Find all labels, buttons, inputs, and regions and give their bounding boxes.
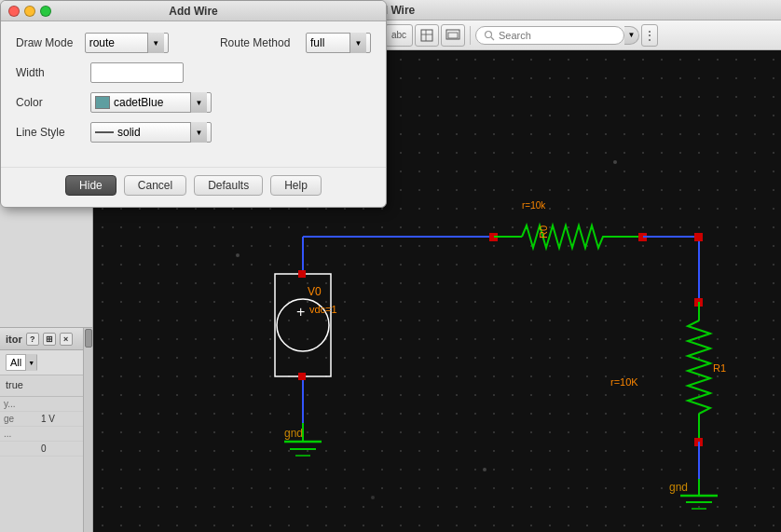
search-icon bbox=[484, 30, 495, 41]
route-method-select[interactable]: full ▼ bbox=[306, 33, 371, 53]
panel-header: itor ? ⊞ × bbox=[0, 328, 92, 350]
list-item: y... bbox=[0, 397, 92, 412]
r0-resistor bbox=[522, 225, 606, 248]
route-method-label: Route Method bbox=[220, 36, 306, 49]
layers-button[interactable] bbox=[441, 24, 465, 47]
route-method-control: full ▼ bbox=[306, 33, 371, 53]
r0-label: R0 bbox=[538, 225, 549, 239]
dialog-close-button[interactable] bbox=[8, 6, 20, 17]
draw-mode-value: route bbox=[89, 36, 115, 49]
draw-mode-row: Draw Mode route ▼ Route Method full ▼ bbox=[16, 33, 371, 53]
line-preview bbox=[95, 131, 114, 133]
r1-value: r=10K bbox=[610, 376, 638, 388]
panel-close-button[interactable]: × bbox=[60, 333, 73, 346]
search-box bbox=[475, 26, 624, 45]
width-row: Width 0 bbox=[16, 62, 371, 83]
panel-scrollbar[interactable] bbox=[83, 328, 92, 532]
defaults-button[interactable]: Defaults bbox=[194, 175, 263, 196]
v0-body bbox=[275, 274, 331, 376]
dot4 bbox=[371, 496, 375, 499]
line-style-row: Line Style solid ▼ bbox=[16, 122, 371, 143]
line-style-select[interactable]: solid ▼ bbox=[90, 122, 212, 143]
color-swatch bbox=[95, 96, 110, 109]
r0-value: r=10k bbox=[522, 200, 546, 211]
v0-plus-text: + bbox=[296, 304, 305, 320]
node-v0-bottom bbox=[298, 373, 306, 380]
dot3 bbox=[613, 160, 617, 164]
r1-label: R1 bbox=[713, 362, 726, 374]
grid-button[interactable] bbox=[415, 24, 439, 47]
dot2 bbox=[483, 468, 486, 471]
dialog-controls bbox=[8, 6, 51, 17]
line-style-arrow[interactable]: ▼ bbox=[190, 122, 207, 143]
dialog-buttons: Hide Cancel Defaults Help bbox=[1, 167, 386, 207]
dialog-content: Draw Mode route ▼ Route Method full ▼ Wi… bbox=[1, 21, 386, 163]
abc-button[interactable]: abc bbox=[385, 24, 413, 47]
width-label: Width bbox=[16, 66, 90, 79]
dialog-max-button[interactable] bbox=[40, 6, 51, 17]
sep6 bbox=[470, 26, 471, 45]
color-row: Color cadetBlue ▼ bbox=[16, 92, 371, 113]
v0-label: V0 bbox=[308, 285, 322, 298]
line-style-label: Line Style bbox=[16, 126, 90, 139]
svg-line-27 bbox=[491, 37, 494, 40]
panel-properties: y... ge1 V ... 0 bbox=[0, 396, 92, 457]
dialog-titlebar: Add Wire bbox=[1, 1, 386, 21]
route-method-arrow[interactable]: ▼ bbox=[349, 33, 366, 53]
panel-list: true bbox=[0, 375, 92, 394]
list-item: ... bbox=[0, 427, 92, 442]
dialog-title: Add Wire bbox=[169, 5, 218, 18]
cancel-button[interactable]: Cancel bbox=[124, 175, 186, 196]
sidebar-panel: itor ? ⊞ × All ▼ true y... ge1 V ... bbox=[0, 327, 92, 532]
search-dropdown-button[interactable]: ▼ bbox=[624, 26, 639, 45]
list-item: 0 bbox=[0, 442, 92, 457]
color-arrow[interactable]: ▼ bbox=[190, 92, 207, 113]
dialog-min-button[interactable] bbox=[24, 6, 35, 17]
draw-mode-label: Draw Mode bbox=[16, 36, 85, 49]
scrollbar-thumb bbox=[85, 329, 92, 348]
color-value: cadetBlue bbox=[114, 96, 163, 109]
color-select[interactable]: cadetBlue ▼ bbox=[90, 92, 212, 113]
line-style-value: solid bbox=[117, 126, 141, 139]
gnd1-label: gnd bbox=[669, 481, 688, 494]
hide-button[interactable]: Hide bbox=[65, 175, 116, 196]
add-wire-dialog: Add Wire Draw Mode route ▼ Route Method … bbox=[0, 0, 387, 208]
draw-mode-arrow[interactable]: ▼ bbox=[147, 33, 164, 53]
panel-title: itor bbox=[6, 334, 22, 345]
svg-rect-25 bbox=[448, 33, 458, 38]
color-label: Color bbox=[16, 96, 90, 109]
panel-filter: All ▼ bbox=[0, 350, 92, 375]
search-input[interactable] bbox=[499, 30, 616, 41]
draw-mode-select[interactable]: route ▼ bbox=[85, 33, 169, 53]
gnd0-label: gnd bbox=[284, 427, 303, 440]
svg-rect-21 bbox=[421, 30, 432, 41]
node-top-right bbox=[694, 233, 703, 241]
search-options-button[interactable]: ⋮ bbox=[641, 24, 658, 47]
route-method-value: full bbox=[310, 36, 324, 49]
panel-help-button[interactable]: ? bbox=[26, 333, 39, 346]
list-item-true: true bbox=[2, 377, 90, 392]
width-input[interactable]: 0 bbox=[90, 62, 184, 83]
node-v0-top bbox=[298, 270, 306, 278]
v0-value-text: vdc=1 bbox=[309, 304, 337, 315]
r1-resistor bbox=[688, 321, 710, 414]
svg-point-26 bbox=[486, 31, 492, 37]
dot1 bbox=[236, 253, 240, 257]
help-button[interactable]: Help bbox=[270, 175, 322, 196]
panel-settings-button[interactable]: ⊞ bbox=[43, 333, 56, 346]
draw-mode-control: route ▼ bbox=[85, 33, 169, 53]
filter-all-label: All bbox=[7, 357, 25, 368]
list-item: ge1 V bbox=[0, 412, 92, 427]
filter-dropdown-button[interactable]: ▼ bbox=[25, 354, 36, 371]
